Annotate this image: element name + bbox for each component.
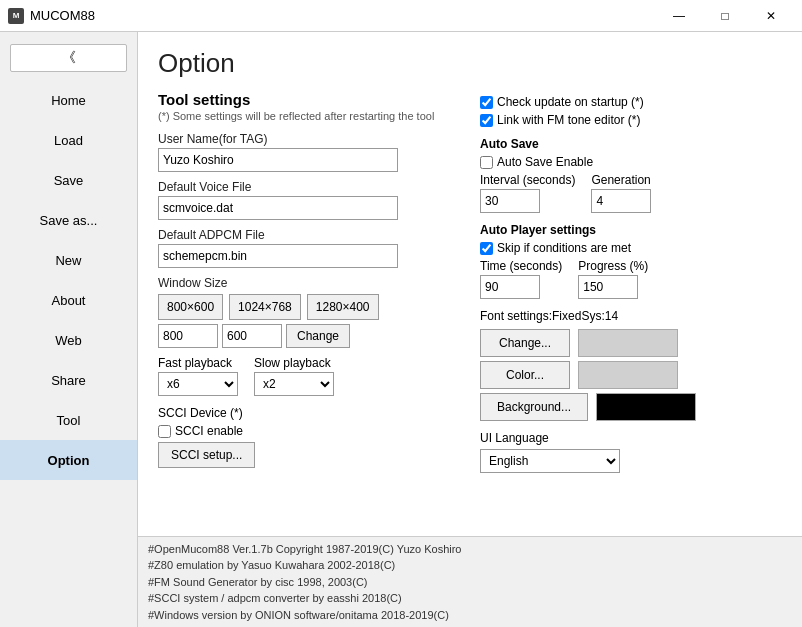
fast-playback-label: Fast playback	[158, 356, 238, 370]
status-line-1: #Z80 emulation by Yasuo Kuwahara 2002-20…	[148, 557, 792, 574]
slow-playback-label: Slow playback	[254, 356, 334, 370]
time-input[interactable]	[480, 275, 540, 299]
window-change-button[interactable]: Change	[286, 324, 350, 348]
check-update-checkbox[interactable]	[480, 96, 493, 109]
adpcm-file-label: Default ADPCM File	[158, 228, 460, 242]
window-height-input[interactable]	[222, 324, 282, 348]
language-select[interactable]: English Japanese Chinese	[480, 449, 620, 473]
window-width-input[interactable]	[158, 324, 218, 348]
skip-conditions-label: Skip if conditions are met	[497, 241, 631, 255]
settings-columns: Tool settings (*) Some settings will be …	[158, 91, 782, 473]
interval-input[interactable]	[480, 189, 540, 213]
sidebar-item-web[interactable]: Web	[0, 320, 137, 360]
auto-player-section: Auto Player settings Skip if conditions …	[480, 223, 782, 299]
font-settings-label: Font settings:FixedSys:14	[480, 309, 782, 323]
sidebar: 《 Home Load Save Save as... New About We…	[0, 32, 138, 627]
time-progress-row: Time (seconds) Progress (%)	[480, 259, 782, 299]
scci-section: SCCI Device (*) SCCI enable SCCI setup..…	[158, 406, 460, 468]
slow-playback-group: Slow playback x1 x2 x4	[254, 356, 334, 396]
background-btn-row: Background...	[480, 393, 782, 421]
status-line-0: #OpenMucom88 Ver.1.7b Copyright 1987-201…	[148, 541, 792, 558]
status-line-2: #FM Sound Generator by cisc 1998, 2003(C…	[148, 574, 792, 591]
sidebar-item-about[interactable]: About	[0, 280, 137, 320]
skip-conditions-row: Skip if conditions are met	[480, 241, 782, 255]
change-font-row: Change...	[480, 329, 782, 357]
status-line-4: #Windows version by ONION software/onita…	[148, 607, 792, 624]
title-bar: M MUCOM88 — □ ✕	[0, 0, 802, 32]
generation-label: Generation	[591, 173, 651, 187]
font-section: Font settings:FixedSys:14 Change... Colo…	[480, 309, 782, 421]
status-bar: #OpenMucom88 Ver.1.7b Copyright 1987-201…	[138, 536, 802, 628]
main-area: Option Tool settings (*) Some settings w…	[138, 32, 802, 627]
sidebar-back-button[interactable]: 《	[10, 44, 127, 72]
section-note: (*) Some settings will be reflected afte…	[158, 110, 460, 122]
app-body: 《 Home Load Save Save as... New About We…	[0, 32, 802, 627]
sidebar-item-home[interactable]: Home	[0, 80, 137, 120]
sidebar-item-share[interactable]: Share	[0, 360, 137, 400]
fast-playback-select[interactable]: x2 x4 x6 x8	[158, 372, 238, 396]
ui-language-title: UI Language	[480, 431, 782, 445]
slow-playback-select[interactable]: x1 x2 x4	[254, 372, 334, 396]
close-button[interactable]: ✕	[748, 0, 794, 32]
status-line-3: #SCCI system / adpcm converter by easshi…	[148, 590, 792, 607]
auto-save-enable-row: Auto Save Enable	[480, 155, 782, 169]
color-btn-row: Color...	[480, 361, 782, 389]
link-fm-checkbox[interactable]	[480, 114, 493, 127]
preset-1024x768[interactable]: 1024×768	[229, 294, 301, 320]
section-title: Tool settings	[158, 91, 460, 108]
main-content: Option Tool settings (*) Some settings w…	[138, 32, 802, 536]
progress-input[interactable]	[578, 275, 638, 299]
check-update-row: Check update on startup (*)	[480, 95, 782, 109]
sidebar-item-new[interactable]: New	[0, 240, 137, 280]
skip-conditions-checkbox[interactable]	[480, 242, 493, 255]
progress-group: Progress (%)	[578, 259, 648, 299]
window-size-presets: 800×600 1024×768 1280×400	[158, 294, 460, 320]
time-label: Time (seconds)	[480, 259, 562, 273]
username-label: User Name(for TAG)	[158, 132, 460, 146]
preset-800x600[interactable]: 800×600	[158, 294, 223, 320]
app-title: MUCOM88	[30, 8, 656, 23]
background-preview	[596, 393, 696, 421]
link-fm-row: Link with FM tone editor (*)	[480, 113, 782, 127]
scci-title: SCCI Device (*)	[158, 406, 460, 420]
auto-player-title: Auto Player settings	[480, 223, 782, 237]
sidebar-item-load[interactable]: Load	[0, 120, 137, 160]
ui-language-section: UI Language English Japanese Chinese	[480, 431, 782, 473]
auto-save-checkbox[interactable]	[480, 156, 493, 169]
generation-input[interactable]	[591, 189, 651, 213]
username-input[interactable]	[158, 148, 398, 172]
change-font-button[interactable]: Change...	[480, 329, 570, 357]
maximize-button[interactable]: □	[702, 0, 748, 32]
left-column: Tool settings (*) Some settings will be …	[158, 91, 460, 473]
scci-setup-button[interactable]: SCCI setup...	[158, 442, 255, 468]
auto-save-section: Auto Save Auto Save Enable Interval (sec…	[480, 137, 782, 213]
preset-1280x400[interactable]: 1280×400	[307, 294, 379, 320]
sidebar-item-tool[interactable]: Tool	[0, 400, 137, 440]
interval-label: Interval (seconds)	[480, 173, 575, 187]
adpcm-file-input[interactable]	[158, 244, 398, 268]
minimize-button[interactable]: —	[656, 0, 702, 32]
window-custom-row: Change	[158, 324, 460, 348]
window-controls: — □ ✕	[656, 0, 794, 32]
window-size-label: Window Size	[158, 276, 460, 290]
interval-gen-row: Interval (seconds) Generation	[480, 173, 782, 213]
page-title: Option	[158, 48, 782, 79]
voice-file-label: Default Voice File	[158, 180, 460, 194]
sidebar-item-save-as[interactable]: Save as...	[0, 200, 137, 240]
scci-enable-checkbox[interactable]	[158, 425, 171, 438]
auto-save-title: Auto Save	[480, 137, 782, 151]
right-column: Check update on startup (*) Link with FM…	[480, 91, 782, 473]
time-group: Time (seconds)	[480, 259, 562, 299]
sidebar-item-option[interactable]: Option	[0, 440, 137, 480]
auto-save-enable-label: Auto Save Enable	[497, 155, 593, 169]
check-update-label: Check update on startup (*)	[497, 95, 644, 109]
background-button[interactable]: Background...	[480, 393, 588, 421]
voice-file-input[interactable]	[158, 196, 398, 220]
generation-group: Generation	[591, 173, 651, 213]
playback-row: Fast playback x2 x4 x6 x8 Slow playback	[158, 356, 460, 396]
interval-group: Interval (seconds)	[480, 173, 575, 213]
sidebar-item-save[interactable]: Save	[0, 160, 137, 200]
color-button[interactable]: Color...	[480, 361, 570, 389]
sidebar-spacer	[0, 480, 137, 619]
progress-label: Progress (%)	[578, 259, 648, 273]
